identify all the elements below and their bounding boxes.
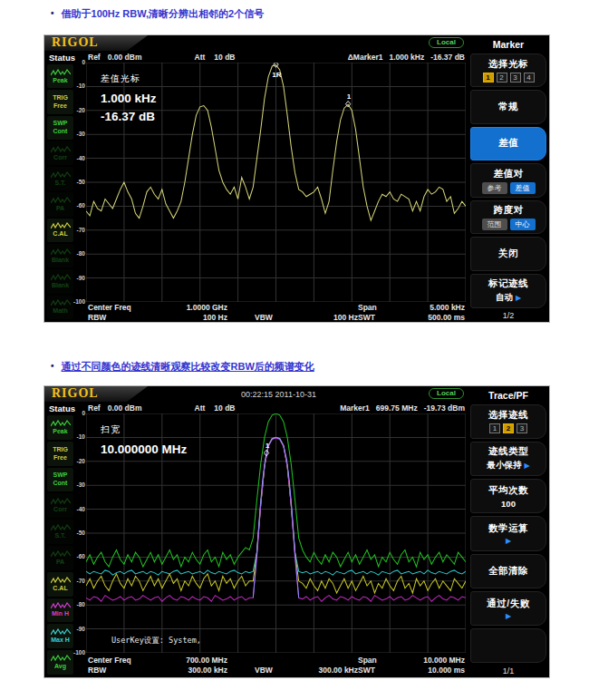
center-freq-value: 700.00 MHz [144,656,227,665]
bullet-text: 借助于100Hz RBW,清晰分辨出相邻的2个信号 [62,7,265,21]
att-value: 10 dB [214,53,235,62]
menu-page-indicator: 1/1 [470,665,546,677]
y-axis-label: -80 [72,250,85,258]
datetime-text: 00:22:15 2011-10-31 [153,390,404,399]
select-box-3[interactable]: 3 [510,73,521,83]
swt-value: 500.00 ms [391,313,465,322]
submenu-arrow-icon: ▶ [516,294,521,302]
span-value: 5.000 kHz [391,303,465,312]
local-badge: Local [429,388,464,399]
ref-label: Ref [88,403,101,413]
softkey-menu-trace: Trace/PF选择迹线123迹线类型最小保持▶平均次数100数学运算▶全部清除… [468,386,549,677]
softkey-标记迹线[interactable]: 标记迹线自动▶ [470,274,546,308]
softkey-全部清除[interactable]: 全部清除 [470,554,546,588]
local-badge: Local [429,37,464,48]
y-axis-label: 0 [72,410,85,417]
softkey-差值[interactable]: 差值 [470,127,546,161]
top-bar: RIGOL 00:22:15 2011-10-31 Local [44,386,468,403]
status-icon-s-t-: S.T. [47,167,73,190]
rigol-logo: RIGOL [44,35,148,51]
y-axis-label: -30 [72,131,85,138]
status-icon-peak: Peak [47,415,73,440]
overlay-freq: 10.000000 MHz [101,442,187,456]
annotation-row: Ref 0.00 dBm Att 10 dB ΔMarker1 1.000 kH… [77,52,468,63]
y-axis-label: -20 [72,107,85,114]
status-icon-corr: Corr [47,493,73,518]
option-pill[interactable]: 参考 [482,182,507,194]
bullet-icon: • [51,360,54,374]
ref-value: 0.00 dBm [108,53,142,62]
bullet-item-rbw: • 借助于100Hz RBW,清晰分辨出相邻的2个信号 [51,7,264,21]
status-icon-corr: Corr [47,141,73,165]
status-icon-cont: SWPCont [47,116,73,140]
status-icon-pa: PA [47,546,73,570]
lcd-area: Ref 0.00 dBm Att 10 dB ΔMarker1 1.000 kH… [77,52,468,322]
y-axis-label: -20 [72,458,85,465]
ref-value: 0.00 dBm [108,403,142,413]
submenu-arrow-icon: ▶ [524,462,529,470]
menu-page-indicator: 1/2 [470,309,546,322]
center-freq-label: Center Freq [88,656,144,665]
span-value: 10.000 MHz [391,656,465,665]
analyzer-display: RIGOL Local Status PeakTRIGFreeSWPContCo… [44,35,468,322]
y-axis-label: -80 [72,601,85,608]
softkey-差值对[interactable]: 差值对参考差值 [470,163,546,198]
softkey-跨度对[interactable]: 跨度对范围中心 [470,200,546,235]
svg-text:1R: 1R [272,71,282,79]
softkey-迹线类型[interactable]: 迹线类型最小保持▶ [470,442,546,476]
softkey-平均次数[interactable]: 平均次数100 [470,479,546,513]
option-pill[interactable]: 差值 [510,182,536,194]
select-box-1[interactable]: 1 [483,73,494,83]
status-icon-blank: Blank [47,269,73,293]
spectrum-screenshot-1: RIGOL Local Status PeakTRIGFreeSWPContCo… [43,34,550,323]
center-freq-value: 1.0000 GHz [144,303,227,312]
y-axis-label: -60 [72,202,85,209]
softkey-关闭[interactable]: 关闭 [470,237,546,271]
rigol-logo: RIGOL [44,386,148,402]
option-pill[interactable]: 范围 [482,219,507,230]
option-pill[interactable]: 中心 [510,219,536,230]
marker-readout-freq: 1.000 kHz [389,53,424,62]
graticule-area: 0-10-20-30-40-50-60-70-80-90-100 1R1 差值光… [86,63,466,302]
select-box-1[interactable]: 1 [489,423,500,433]
ref-label: Ref [88,53,101,62]
status-icon-peak: Peak [47,64,73,88]
marker-readout-freq: 699.75 MHz [376,403,418,413]
softkey-常规[interactable]: 常规 [470,90,546,124]
status-icon-avg: Avg [47,650,73,675]
overlay-amp: -16.37 dB [101,110,157,123]
bottom-bar: Center Freq 1.0000 GHz Span 5.000 kHz RB… [77,302,468,322]
softkey-选择光标[interactable]: 选择光标1234 [470,53,546,88]
y-axis-label: -40 [72,506,85,513]
menu-title: Marker [470,37,546,52]
status-icon-s-t-: S.T. [47,520,73,544]
swt-label: SWT [358,313,391,322]
select-box-3[interactable]: 3 [517,423,527,433]
status-icon-blank: Blank [47,244,73,267]
y-axis-label: -100 [72,298,85,306]
status-icon-min-h: Min H [47,598,73,623]
rbw-value: 300.00 kHz [144,666,227,675]
softkey-通过/失败[interactable]: 通过/失败▶ [470,591,546,626]
softkey-数学运算[interactable]: 数学运算▶ [470,516,546,550]
y-axis-label: -70 [72,578,85,585]
marker-readout-amp: -19.73 dBm [424,403,465,413]
manual-page: • 借助于100Hz RBW,清晰分辨出相邻的2个信号 RIGOL Local … [0,0,589,700]
vbw-value: 100 Hz [287,313,358,322]
y-axis-label: -10 [72,83,85,90]
y-axis-label: -90 [72,626,85,633]
select-box-2[interactable]: 2 [497,73,507,83]
bottom-bar: Center Freq 700.00 MHz Span 10.000 MHz R… [77,653,468,677]
span-overlay: 扫宽 10.000000 MHz [101,423,187,461]
softkey-blank[interactable] [470,628,546,663]
y-axis-label: -10 [72,433,85,441]
select-box-4[interactable]: 4 [524,73,535,83]
marker-readout-label: Marker1 [340,403,370,413]
bullet-icon: • [51,7,54,21]
select-box-2[interactable]: 2 [503,423,514,433]
softkey-选择迹线[interactable]: 选择迹线123 [470,404,546,439]
rbw-label: RBW [88,313,144,322]
svg-text:1: 1 [347,92,352,101]
swt-value: 10.000 ms [391,666,465,675]
status-icon-c-al: C.AL [47,572,73,597]
